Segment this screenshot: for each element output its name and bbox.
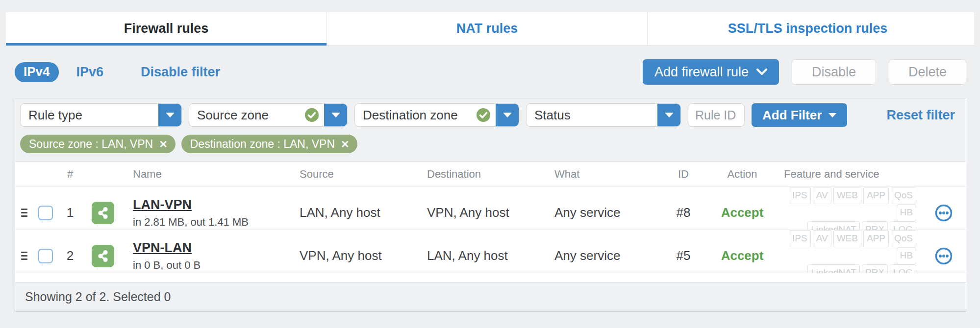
row-checkbox[interactable] bbox=[38, 206, 53, 220]
table-row: 1 LAN-VPN in 2.81 MB, out 1.41 MB LAN, A… bbox=[15, 187, 966, 230]
share-icon bbox=[92, 202, 114, 224]
feature-badge: QoS bbox=[891, 230, 916, 247]
column-header-id: ID bbox=[661, 168, 705, 181]
column-header-name: Name bbox=[124, 168, 286, 181]
rule-id: #8 bbox=[661, 205, 705, 220]
drag-handle[interactable] bbox=[15, 252, 33, 260]
rule-name-cell: VPN-LAN in 0 B, out 0 B bbox=[124, 240, 286, 272]
filter-applied-check-icon bbox=[476, 108, 491, 122]
source-zone-dropdown[interactable]: Source zone bbox=[189, 103, 348, 127]
row-number: 2 bbox=[58, 248, 82, 263]
showing-status-text: Showing 2 of 2. Selected 0 bbox=[25, 290, 171, 304]
rule-name-link[interactable]: LAN-VPN bbox=[133, 197, 192, 212]
feature-badge: APP bbox=[863, 187, 889, 204]
rule-destination: VPN, Any host bbox=[412, 205, 541, 220]
rule-name-link[interactable]: VPN-LAN bbox=[133, 240, 192, 256]
disable-button[interactable]: Disable bbox=[792, 59, 876, 85]
table-header: # Name Source Destination What ID Action… bbox=[15, 162, 966, 187]
rule-destination: LAN, Any host bbox=[412, 248, 541, 263]
table-footer: Showing 2 of 2. Selected 0 bbox=[15, 282, 966, 311]
source-zone-dropdown-label: Source zone bbox=[189, 108, 304, 123]
rule-source: LAN, Any host bbox=[286, 205, 412, 220]
share-icon bbox=[92, 245, 114, 267]
filter-bar: Rule type Source zone bbox=[15, 98, 966, 162]
ipv6-toggle[interactable]: IPv6 bbox=[76, 65, 104, 80]
source-zone-dropdown-button[interactable] bbox=[324, 104, 347, 126]
toolbar: IPv4 IPv6 Disable filter Add firewall ru… bbox=[15, 59, 966, 85]
rule-traffic: in 2.81 MB, out 1.41 MB bbox=[133, 216, 286, 229]
chip-label: Destination zone : LAN, VPN bbox=[190, 138, 335, 151]
status-dropdown[interactable]: Status bbox=[526, 103, 681, 127]
rule-id: #5 bbox=[661, 248, 705, 263]
filter-applied-check-icon bbox=[304, 108, 319, 122]
rule-action-status: Accept bbox=[705, 205, 779, 220]
tab-ssl-tls-inspection-rules[interactable]: SSL/TLS inspection rules bbox=[647, 12, 968, 45]
feature-badge: IPS bbox=[789, 230, 811, 247]
destination-zone-filter-chip: Destination zone : LAN, VPN ✕ bbox=[181, 135, 357, 153]
drag-handle-icon bbox=[21, 209, 27, 217]
feature-badge: WEB bbox=[833, 230, 861, 247]
dropdown-arrow-icon bbox=[331, 113, 340, 117]
feature-badge: HB bbox=[897, 247, 916, 264]
tab-bar: Firewall rules NAT rules SSL/TLS inspect… bbox=[6, 12, 974, 46]
remove-filter-icon[interactable]: ✕ bbox=[341, 139, 350, 149]
add-filter-button[interactable]: Add Filter bbox=[752, 103, 847, 127]
rule-icon-cell bbox=[82, 245, 124, 267]
row-checkbox-cell bbox=[33, 206, 58, 220]
delete-button[interactable]: Delete bbox=[889, 59, 966, 85]
disable-filter-link[interactable]: Disable filter bbox=[141, 65, 220, 80]
drag-handle-icon bbox=[21, 252, 27, 260]
add-firewall-rule-button[interactable]: Add firewall rule bbox=[643, 59, 779, 85]
rule-id-input[interactable] bbox=[688, 103, 745, 127]
feature-badge: QoS bbox=[891, 187, 916, 204]
rule-traffic: in 0 B, out 0 B bbox=[133, 259, 286, 272]
table-row: 2 VPN-LAN in 0 B, out 0 B VPN, Any host bbox=[15, 230, 966, 273]
rules-panel: Rule type Source zone bbox=[15, 98, 966, 312]
status-dropdown-button[interactable] bbox=[657, 104, 680, 126]
row-actions-cell bbox=[921, 246, 966, 266]
column-header-feature-service: Feature and service bbox=[779, 168, 921, 181]
row-checkbox-cell bbox=[33, 249, 58, 263]
column-header-number: # bbox=[58, 168, 82, 181]
column-header-action: Action bbox=[705, 168, 779, 181]
add-filter-label: Add Filter bbox=[762, 108, 822, 123]
feature-badge: IPS bbox=[789, 187, 811, 204]
more-actions-icon[interactable] bbox=[934, 203, 954, 223]
drag-handle[interactable] bbox=[15, 209, 33, 217]
destination-zone-dropdown-label: Destination zone bbox=[355, 108, 476, 123]
feature-badge: AV bbox=[813, 187, 831, 204]
column-header-destination: Destination bbox=[412, 168, 541, 181]
toolbar-actions: Add firewall rule Disable Delete bbox=[643, 59, 966, 85]
destination-zone-dropdown[interactable]: Destination zone bbox=[354, 103, 519, 127]
row-number: 1 bbox=[58, 205, 82, 220]
rule-type-dropdown-label: Rule type bbox=[21, 108, 158, 123]
rule-name-cell: LAN-VPN in 2.81 MB, out 1.41 MB bbox=[124, 197, 286, 229]
add-firewall-rule-label: Add firewall rule bbox=[654, 65, 749, 80]
feature-badge: APP bbox=[863, 230, 889, 247]
remove-filter-icon[interactable]: ✕ bbox=[159, 139, 168, 149]
source-zone-filter-chip: Source zone : LAN, VPN ✕ bbox=[20, 135, 176, 153]
row-actions-cell bbox=[921, 203, 966, 223]
more-actions-icon[interactable] bbox=[934, 246, 954, 266]
dropdown-arrow-icon bbox=[665, 113, 674, 117]
rule-what: Any service bbox=[541, 205, 661, 220]
status-dropdown-label: Status bbox=[527, 108, 657, 123]
tab-nat-rules[interactable]: NAT rules bbox=[327, 12, 647, 45]
feature-badge: HB bbox=[897, 204, 916, 221]
active-filter-chips: Source zone : LAN, VPN ✕ Destination zon… bbox=[20, 135, 959, 153]
tab-firewall-rules[interactable]: Firewall rules bbox=[6, 12, 327, 45]
rule-type-dropdown[interactable]: Rule type bbox=[20, 103, 182, 127]
firewall-page: Firewall rules NAT rules SSL/TLS inspect… bbox=[0, 0, 980, 328]
column-header-what: What bbox=[541, 168, 661, 181]
reset-filter-link[interactable]: Reset filter bbox=[886, 108, 959, 123]
dropdown-arrow-icon bbox=[166, 113, 175, 117]
rule-type-dropdown-button[interactable] bbox=[158, 104, 181, 126]
feature-badge: WEB bbox=[833, 187, 861, 204]
chevron-down-icon bbox=[756, 69, 767, 75]
filter-row: Rule type Source zone bbox=[20, 103, 959, 127]
row-checkbox[interactable] bbox=[38, 249, 53, 263]
rule-what: Any service bbox=[541, 248, 661, 263]
table-spacer bbox=[15, 273, 966, 282]
destination-zone-dropdown-button[interactable] bbox=[496, 104, 519, 126]
ipv4-toggle[interactable]: IPv4 bbox=[15, 62, 59, 82]
